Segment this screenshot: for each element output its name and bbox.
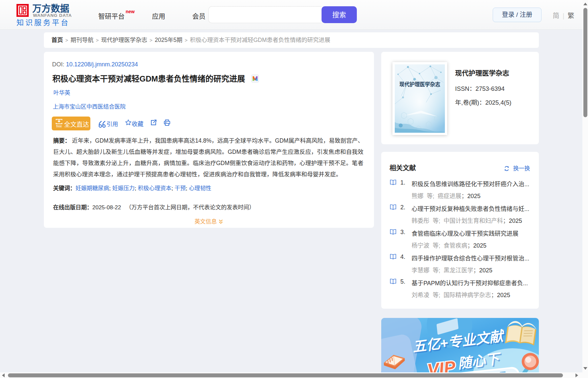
svg-text:现代护理医学杂志: 现代护理医学杂志 <box>399 81 441 87</box>
svg-text:五亿+专业文献: 五亿+专业文献 <box>412 328 506 355</box>
svg-text:free: free <box>56 124 62 128</box>
svg-text:随心下: 随心下 <box>457 351 502 371</box>
